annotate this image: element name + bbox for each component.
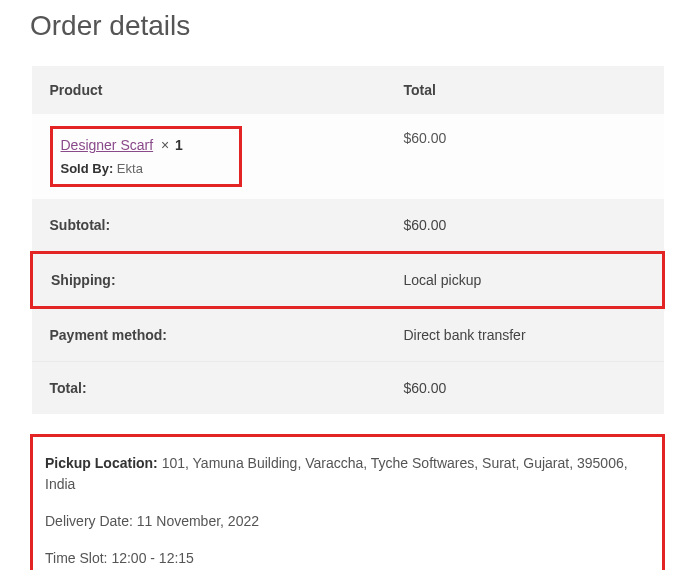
- product-highlight-box: Designer Scarf × 1 Sold By: Ekta: [50, 126, 242, 187]
- product-line-total: $60.00: [385, 114, 663, 199]
- shipping-row-highlight: Shipping: Local pickup: [32, 253, 664, 308]
- product-cell: Designer Scarf × 1 Sold By: Ekta: [32, 114, 386, 199]
- delivery-date-label: Delivery Date:: [45, 513, 133, 529]
- delivery-date-value: 11 November, 2022: [137, 513, 259, 529]
- payment-value: Direct bank transfer: [385, 308, 663, 362]
- shipping-label: Shipping:: [32, 253, 386, 308]
- table-row: Designer Scarf × 1 Sold By: Ekta $60.00: [32, 114, 664, 199]
- pickup-location-label: Pickup Location:: [45, 455, 158, 471]
- sold-by-vendor: Ekta: [117, 161, 143, 176]
- header-total: Total: [385, 66, 663, 114]
- subtotal-label: Subtotal:: [32, 199, 386, 253]
- payment-label: Payment method:: [32, 308, 386, 362]
- quantity-separator: ×: [161, 137, 169, 153]
- order-details-table: Product Total Designer Scarf × 1 Sold By…: [30, 66, 665, 414]
- total-value: $60.00: [385, 362, 663, 415]
- quantity-value: 1: [175, 137, 183, 153]
- shipping-value: Local pickup: [385, 253, 663, 308]
- pickup-info-highlight: Pickup Location: 101, Yamuna Building, V…: [30, 434, 665, 570]
- total-label: Total:: [32, 362, 386, 415]
- product-link[interactable]: Designer Scarf: [61, 137, 154, 153]
- subtotal-value: $60.00: [385, 199, 663, 253]
- timeslot-value: 12:00 - 12:15: [111, 550, 194, 566]
- timeslot-label: Time Slot:: [45, 550, 108, 566]
- sold-by-label: Sold By:: [61, 161, 114, 176]
- page-title: Order details: [30, 10, 665, 42]
- header-product: Product: [32, 66, 386, 114]
